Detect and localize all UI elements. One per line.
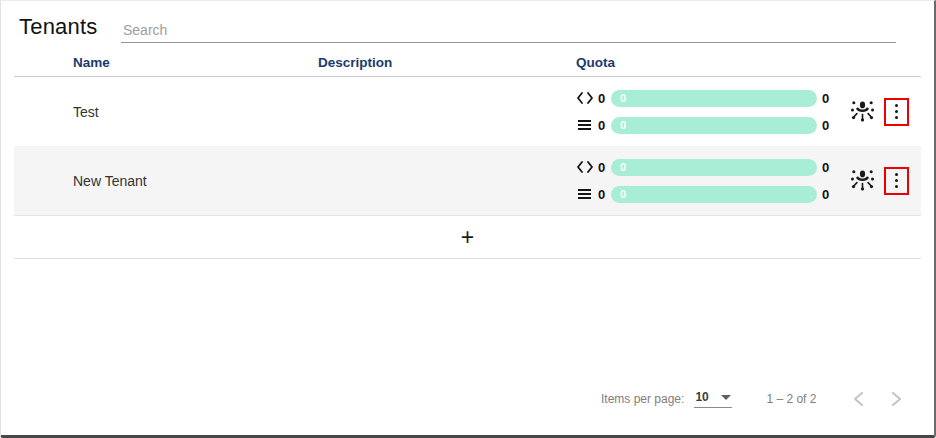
list-icon bbox=[576, 118, 593, 132]
quota-line-cpu: 0 0 0 bbox=[576, 159, 830, 176]
next-page-button[interactable] bbox=[884, 387, 908, 411]
quota-line-memory: 0 0 0 bbox=[576, 186, 830, 203]
quota-bar-label: 0 bbox=[620, 161, 626, 173]
quota-available-value: 0 bbox=[822, 91, 830, 106]
quota-progress-bar: 0 bbox=[611, 186, 817, 203]
previous-page-button[interactable] bbox=[846, 387, 870, 411]
quota-progress-bar: 0 bbox=[611, 117, 817, 134]
chevron-down-icon bbox=[721, 395, 731, 400]
manage-users-icon bbox=[849, 97, 876, 127]
quota-cell: 0 0 0 0 0 0 bbox=[576, 90, 830, 134]
table-row: New Tenant 0 0 0 0 0 0 bbox=[14, 146, 921, 215]
tenants-page: Tenants Name Description Quota Test 0 0 … bbox=[0, 0, 936, 438]
page-size-select[interactable]: 10 bbox=[694, 390, 732, 408]
quota-used-value: 0 bbox=[598, 91, 606, 106]
page-size-value: 10 bbox=[695, 390, 708, 404]
quota-available-value: 0 bbox=[822, 187, 830, 202]
kebab-dot bbox=[895, 104, 898, 107]
kebab-dot bbox=[895, 173, 898, 176]
quota-available-value: 0 bbox=[822, 118, 830, 133]
tenant-name: Test bbox=[73, 104, 99, 120]
quota-used-value: 0 bbox=[598, 187, 606, 202]
quota-bar-label: 0 bbox=[620, 92, 626, 104]
quota-bar-label: 0 bbox=[620, 119, 626, 131]
manage-users-icon bbox=[849, 166, 876, 196]
plus-icon: + bbox=[461, 226, 474, 249]
chevron-right-icon bbox=[891, 392, 902, 406]
column-header-name: Name bbox=[73, 55, 110, 70]
page-title: Tenants bbox=[19, 14, 97, 40]
manage-users-button[interactable] bbox=[847, 166, 877, 196]
paginator: Items per page: 10 1 – 2 of 2 bbox=[601, 387, 908, 411]
tenant-name: New Tenant bbox=[73, 173, 147, 189]
row-menu-kebab-button[interactable] bbox=[884, 98, 909, 126]
table-row: Test 0 0 0 0 0 0 bbox=[14, 77, 921, 146]
row-menu-kebab-button[interactable] bbox=[884, 167, 909, 195]
kebab-dot bbox=[895, 185, 898, 188]
search-input[interactable] bbox=[121, 19, 896, 43]
kebab-dot bbox=[895, 116, 898, 119]
quota-progress-bar: 0 bbox=[611, 159, 817, 176]
kebab-dot bbox=[895, 179, 898, 182]
code-icon bbox=[576, 160, 593, 174]
column-header-description: Description bbox=[318, 55, 392, 70]
list-icon bbox=[576, 187, 593, 201]
kebab-dot bbox=[895, 110, 898, 113]
manage-users-button[interactable] bbox=[847, 97, 877, 127]
quota-available-value: 0 bbox=[822, 160, 830, 175]
quota-used-value: 0 bbox=[598, 160, 606, 175]
items-per-page-label: Items per page: bbox=[601, 392, 684, 406]
column-header-quota: Quota bbox=[576, 55, 615, 70]
quota-progress-bar: 0 bbox=[611, 90, 817, 107]
quota-cell: 0 0 0 0 0 0 bbox=[576, 159, 830, 203]
add-tenant-button[interactable]: + bbox=[14, 215, 921, 259]
page-range-label: 1 – 2 of 2 bbox=[766, 392, 816, 406]
quota-line-cpu: 0 0 0 bbox=[576, 90, 830, 107]
quota-line-memory: 0 0 0 bbox=[576, 117, 830, 134]
code-icon bbox=[576, 91, 593, 105]
quota-bar-label: 0 bbox=[620, 188, 626, 200]
quota-used-value: 0 bbox=[598, 118, 606, 133]
chevron-left-icon bbox=[853, 392, 864, 406]
page-nav bbox=[846, 387, 908, 411]
